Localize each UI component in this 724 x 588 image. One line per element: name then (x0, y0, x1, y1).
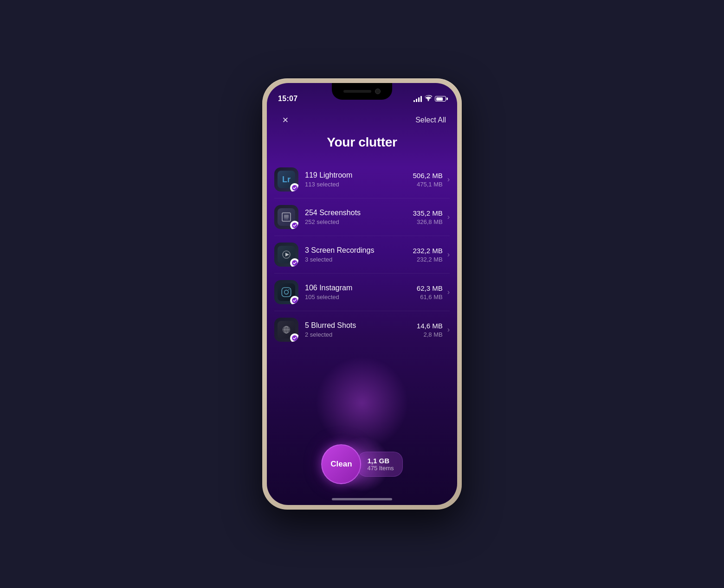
camera (375, 89, 381, 94)
category-item-screenshots[interactable]: 254 Screenshots 252 selected 335,2 MB 32… (274, 198, 450, 236)
phone-frame: 15:07 (262, 78, 462, 510)
blurred-name: 5 Blurred Shots (305, 321, 417, 330)
svg-marker-8 (285, 253, 289, 256)
lightroom-info: 119 Lightroom 113 selected (305, 171, 413, 188)
screenshots-info: 254 Screenshots 252 selected (305, 209, 413, 225)
svg-point-12 (288, 289, 289, 290)
lightroom-icon-wrap: Lr (274, 167, 298, 192)
category-item-lightroom[interactable]: Lr 119 Lightroom 113 selected 506,2 MB 4… (274, 161, 450, 198)
recordings-name: 3 Screen Recordings (305, 246, 413, 255)
status-time: 15:07 (278, 95, 297, 103)
lightroom-total-size: 506,2 MB (413, 172, 442, 179)
notch (332, 83, 392, 100)
blurred-size: 14,6 MB 2,8 MB (417, 322, 443, 338)
svg-point-11 (284, 290, 289, 294)
blurred-info: 5 Blurred Shots 2 selected (305, 321, 417, 338)
screenshots-selected: 252 selected (305, 218, 413, 225)
battery-icon (435, 96, 446, 102)
clean-button[interactable]: Clean (321, 444, 361, 484)
blurred-check-badge (290, 333, 298, 342)
recordings-selected: 3 selected (305, 256, 413, 263)
recordings-size: 232,2 MB 232,2 MB (413, 247, 442, 263)
speaker (343, 90, 371, 93)
screenshots-total-size: 335,2 MB (413, 209, 442, 217)
category-item-instagram[interactable]: 106 Instagram 105 selected 62,3 MB 61,6 … (274, 274, 450, 311)
screenshots-check-badge (290, 221, 298, 229)
svg-rect-2 (284, 215, 289, 218)
status-bar: 15:07 (267, 83, 457, 108)
wifi-icon (425, 95, 432, 102)
lightroom-size: 506,2 MB 475,1 MB (413, 172, 442, 188)
blurred-chevron-icon: › (447, 326, 450, 334)
lightroom-check-badge (290, 183, 298, 192)
recordings-info: 3 Screen Recordings 3 selected (305, 246, 413, 263)
phone-screen: 15:07 (267, 83, 457, 505)
bottom-action-area: Clean 1,1 GB 475 Items (267, 435, 457, 498)
blurred-icon-wrap (274, 318, 298, 342)
clean-total-items: 475 Items (367, 465, 394, 472)
svg-point-5 (287, 218, 288, 219)
screenshots-icon-wrap (274, 205, 298, 229)
blurred-selected-size: 2,8 MB (417, 331, 443, 338)
clean-total-size: 1,1 GB (367, 457, 394, 465)
blurred-selected: 2 selected (305, 331, 417, 338)
instagram-chevron-icon: › (447, 288, 450, 296)
screenshots-chevron-icon: › (447, 213, 450, 221)
instagram-selected-size: 61,6 MB (417, 294, 443, 300)
page-title: Your clutter (267, 135, 457, 161)
category-item-recordings[interactable]: 3 Screen Recordings 3 selected 232,2 MB … (274, 236, 450, 274)
category-list: Lr 119 Lightroom 113 selected 506,2 MB 4… (267, 161, 457, 435)
lightroom-selected: 113 selected (305, 181, 413, 188)
status-icons (414, 95, 446, 102)
instagram-name: 106 Instagram (305, 284, 417, 292)
home-indicator (267, 498, 457, 505)
close-button[interactable]: × (278, 113, 293, 128)
screenshots-selected-size: 326,8 MB (413, 218, 442, 225)
blurred-total-size: 14,6 MB (417, 322, 443, 330)
svg-point-3 (284, 218, 285, 219)
recordings-check-badge (290, 258, 298, 267)
recordings-icon-wrap (274, 243, 298, 267)
clean-info-panel: 1,1 GB 475 Items (357, 452, 402, 477)
lightroom-name: 119 Lightroom (305, 171, 413, 179)
close-icon: × (283, 115, 289, 125)
lightroom-chevron-icon: › (447, 175, 450, 184)
svg-rect-10 (282, 288, 291, 297)
screenshots-name: 254 Screenshots (305, 209, 413, 217)
instagram-check-badge (290, 296, 298, 304)
recordings-chevron-icon: › (447, 250, 450, 259)
instagram-total-size: 62,3 MB (417, 284, 443, 292)
lightroom-selected-size: 475,1 MB (413, 181, 442, 188)
clean-button-wrap: Clean 1,1 GB 475 Items (321, 444, 402, 484)
instagram-selected: 105 selected (305, 294, 417, 300)
instagram-info: 106 Instagram 105 selected (305, 284, 417, 300)
instagram-size: 62,3 MB 61,6 MB (417, 284, 443, 300)
home-bar (332, 498, 392, 500)
instagram-icon-wrap (274, 280, 298, 304)
category-item-blurred[interactable]: 5 Blurred Shots 2 selected 14,6 MB 2,8 M… (274, 311, 450, 348)
recordings-total-size: 232,2 MB (413, 247, 442, 255)
recordings-selected-size: 232,2 MB (413, 256, 442, 263)
select-all-button[interactable]: Select All (415, 116, 446, 124)
signal-icon (414, 96, 422, 102)
svg-point-4 (286, 218, 287, 219)
screenshots-size: 335,2 MB 326,8 MB (413, 209, 442, 225)
app-header: × Select All (267, 108, 457, 135)
